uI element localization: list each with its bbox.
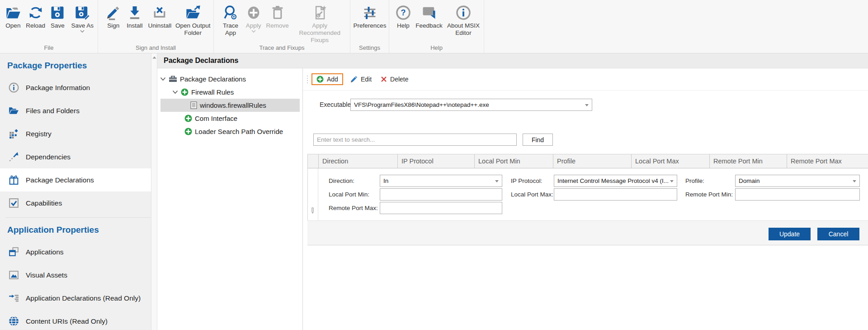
ribbon-group-label-sign-install: Sign and Install	[98, 44, 213, 53]
column-header-ip-protocol[interactable]: IP Protocol	[398, 154, 475, 168]
ip-protocol-select[interactable]: Internet Control Message Protocol v4 (I.…	[554, 175, 677, 187]
edit-button-label: Edit	[361, 76, 372, 83]
column-header-remote-port-max[interactable]: Remote Port Max	[787, 154, 868, 168]
remote-port-max-input[interactable]	[380, 202, 502, 214]
apply-dropdown-chevron[interactable]	[251, 30, 256, 33]
scrollbar-up-arrow-icon[interactable]	[151, 53, 157, 61]
edit-button[interactable]: Edit	[346, 73, 376, 85]
save-icon	[49, 3, 66, 22]
arrow-list-icon	[8, 292, 19, 304]
chevron-down-icon[interactable]	[160, 77, 166, 81]
direction-value: In	[383, 177, 388, 184]
row-indicator-column	[308, 154, 319, 168]
remote-port-min-input[interactable]	[735, 188, 860, 201]
plus-circle-icon	[181, 88, 189, 96]
apply-button[interactable]: Apply	[243, 3, 264, 33]
apply-icon	[245, 3, 262, 22]
sidebar-item-application-declarations[interactable]: Application Declarations (Read Only)	[0, 287, 151, 310]
sidebar-item-dependencies[interactable]: Dependencies	[0, 145, 151, 168]
sidebar-item-visual-assets[interactable]: Visual Assets	[0, 263, 151, 287]
sidebar-item-package-declarations[interactable]: Package Declarations	[0, 168, 151, 191]
rules-table-header: Direction IP Protocol Local Port Min Pro…	[307, 154, 868, 168]
add-button-label: Add	[327, 76, 338, 83]
sidebar-item-content-uris[interactable]: Content URIs (Read Only)	[0, 310, 151, 330]
sidebar-item-label: Applications	[26, 248, 64, 256]
tree-item-com-interface[interactable]: Com Interface	[157, 112, 302, 125]
dropdown-arrow-icon	[670, 180, 674, 182]
install-button[interactable]: Install	[123, 3, 146, 29]
apply-recommended-fixups-label: Apply Recommended Fixups	[291, 22, 348, 44]
toolbox-icon	[169, 75, 177, 83]
pencil-icon	[311, 207, 315, 214]
column-header-local-port-min[interactable]: Local Port Min	[475, 154, 553, 168]
apply-recommended-fixups-button[interactable]: Apply Recommended Fixups	[290, 3, 349, 44]
tree-item-windows-firewallrules[interactable]: windows.firewallRules	[160, 99, 300, 112]
save-as-dropdown-chevron[interactable]	[80, 30, 85, 33]
tree-item-loader-search-path-override[interactable]: Loader Search Path Override	[157, 125, 302, 138]
sidebar-item-package-information[interactable]: Package Information	[0, 76, 151, 99]
search-input[interactable]	[313, 134, 517, 146]
tree-item-firewall-rules[interactable]: Firewall Rules	[157, 86, 302, 99]
ribbon: Open Reload Save Save As	[0, 0, 868, 53]
sign-pencil-icon	[105, 3, 122, 22]
edit-row-footer: Update Cancel	[307, 220, 868, 245]
sidebar-item-label: Application Declarations (Read Only)	[26, 294, 141, 302]
remove-button[interactable]: Remove	[264, 3, 291, 29]
help-button[interactable]: ? Help	[393, 3, 414, 29]
tree-item-label: Loader Search Path Override	[195, 128, 283, 135]
sidebar-item-registry[interactable]: Registry	[0, 122, 151, 145]
profile-field-label: Profile:	[685, 175, 704, 187]
dropdown-arrow-icon	[853, 180, 856, 182]
install-icon	[127, 3, 143, 22]
sidebar-item-label: Registry	[26, 130, 52, 138]
open-button[interactable]: Open	[2, 3, 24, 29]
save-button[interactable]: Save	[47, 3, 68, 29]
globe-icon	[8, 316, 19, 327]
sidebar-scrollbar[interactable]	[151, 53, 157, 330]
local-port-max-input[interactable]	[554, 188, 677, 201]
find-button[interactable]: Find	[523, 134, 553, 146]
column-header-remote-port-min[interactable]: Remote Port Min	[710, 154, 787, 168]
add-button[interactable]: Add	[311, 73, 343, 85]
preferences-button[interactable]: Preferences	[352, 3, 388, 29]
tree-item-label: Firewall Rules	[191, 88, 234, 96]
ribbon-group-label-trace-fixups: Trace and Fixups	[214, 44, 350, 53]
help-icon: ?	[395, 3, 411, 22]
ribbon-group-trace-fixups: Trace App Apply Remove	[214, 0, 350, 53]
direction-select[interactable]: In	[380, 175, 502, 187]
ribbon-group-help: ? Help Feedback About MSIX Editor Help	[389, 0, 484, 53]
column-header-local-port-max[interactable]: Local Port Max	[632, 154, 710, 168]
local-port-min-input[interactable]	[380, 188, 502, 201]
sidebar-item-label: Package Declarations	[26, 176, 94, 184]
trace-app-button[interactable]: Trace App	[218, 3, 243, 37]
reload-button[interactable]: Reload	[24, 3, 47, 29]
column-header-profile[interactable]: Profile	[553, 154, 632, 168]
toolbar-gripper[interactable]	[307, 76, 308, 83]
sign-button[interactable]: Sign	[104, 3, 123, 29]
open-output-folder-button[interactable]: Open Output Folder	[174, 3, 213, 37]
update-button[interactable]: Update	[769, 228, 811, 240]
feedback-button[interactable]: Feedback	[414, 3, 444, 29]
executable-select[interactable]: VFS\ProgramFilesX86\Notepad++\notepad++.…	[350, 99, 592, 111]
cancel-button[interactable]: Cancel	[817, 228, 859, 240]
save-as-button[interactable]: Save As	[68, 3, 97, 33]
chevron-down-icon[interactable]	[172, 90, 178, 94]
about-msix-editor-button[interactable]: About MSIX Editor	[444, 3, 482, 37]
sidebar-item-files-and-folders[interactable]: Files and Folders	[0, 99, 151, 122]
registry-icon	[8, 128, 19, 139]
open-label: Open	[5, 22, 20, 29]
uninstall-button[interactable]: Uninstall	[146, 3, 173, 29]
sidebar-item-capabilities[interactable]: Capabilities	[0, 191, 151, 215]
sidebar-item-applications[interactable]: Applications	[0, 240, 151, 263]
open-folder-icon	[5, 3, 21, 22]
tree-item-package-declarations[interactable]: Package Declarations	[157, 72, 302, 86]
profile-select[interactable]: Domain	[735, 175, 860, 187]
executable-value: VFS\ProgramFilesX86\Notepad++\notepad++.…	[354, 101, 489, 108]
sidebar: Package Properties Package Information F…	[0, 53, 151, 330]
delete-x-icon	[381, 76, 387, 82]
delete-button[interactable]: Delete	[376, 73, 413, 85]
sign-label: Sign	[107, 22, 119, 29]
trace-app-label: Trace App	[219, 22, 242, 37]
declarations-tree: Package Declarations Firewall Rules wind…	[157, 68, 303, 330]
column-header-direction[interactable]: Direction	[319, 154, 398, 168]
